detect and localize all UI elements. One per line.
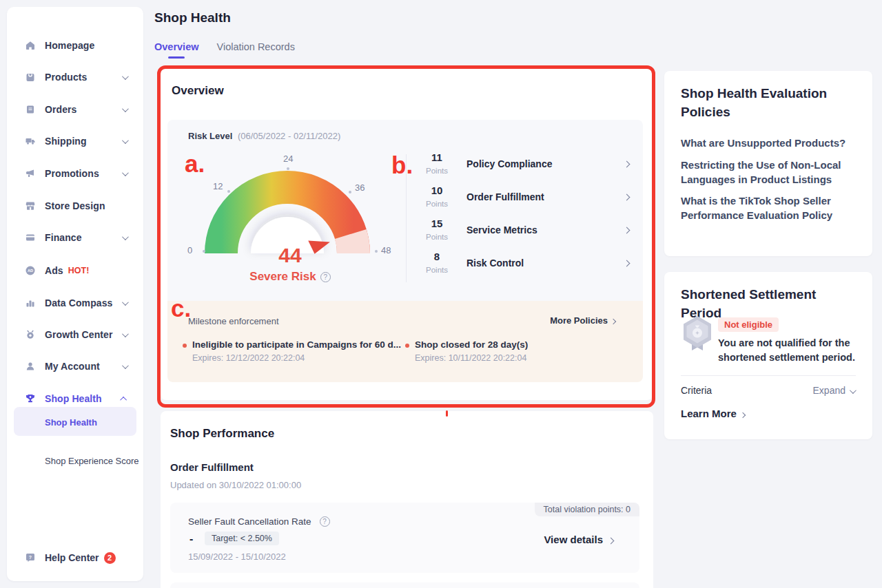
sidebar-item-my-account[interactable]: My Account [7, 357, 143, 375]
learn-more-link[interactable]: Learn More [681, 408, 745, 419]
metric-period: 15/09/2022 - 15/10/2022 [188, 552, 286, 562]
settlement-medal-icon [681, 315, 714, 357]
sidebar-subitem-shop-health[interactable]: Shop Health [45, 417, 97, 428]
criteria-label: Criteria [681, 385, 712, 396]
divider [681, 375, 856, 376]
settlement-message: You are not qualified for the shortened … [718, 336, 860, 364]
policy-link-unsupported-products[interactable]: What are Unsupported Products? [681, 136, 857, 150]
chevron-down-icon [122, 73, 129, 80]
milestone-more-policies-link[interactable]: More Policies [550, 315, 615, 326]
chevron-down-icon [122, 362, 129, 369]
svg-text:AD: AD [28, 269, 33, 273]
chevron-right-icon [740, 412, 746, 418]
annotation-c: c. [171, 296, 191, 320]
bullet-dot [183, 344, 187, 348]
svg-text:?: ? [29, 555, 32, 560]
bullet-dot [405, 344, 409, 348]
metric-help-icon[interactable]: ? [320, 516, 330, 527]
milestone-item: Shop closed for 28 day(s) Expires: 10/11… [405, 339, 528, 363]
shortened-settlement-period-card: Shortened Settlement Period Not eligible… [664, 272, 872, 439]
help-icon: ? [25, 552, 36, 563]
gauge-tick-36: 36 [355, 182, 365, 193]
sidebar-item-promotions[interactable]: Promotions [7, 165, 143, 182]
shipping-icon [25, 136, 36, 147]
sidebar-subitem-shop-experience-score[interactable]: Shop Experience Score [45, 456, 139, 466]
active-tab-underline [168, 56, 185, 59]
policy-link-non-local-languages[interactable]: Restricting the Use of Non-Local Languag… [681, 158, 857, 187]
chevron-down-icon [122, 105, 129, 112]
chevron-right-icon [624, 260, 630, 266]
milestone-title: Milestone enforcement [188, 316, 279, 326]
points-row-order-fulfillment[interactable]: 10Points Order Fulfillment [417, 180, 636, 213]
updated-timestamp: Updated on 30/10/2022 01:00:00 [170, 480, 301, 490]
gauge-tick-dot [227, 190, 230, 193]
shop-performance-title: Shop Performance [170, 427, 274, 441]
chevron-right-icon [624, 227, 630, 233]
sidebar-item-orders[interactable]: Orders [7, 101, 143, 118]
risk-help-icon[interactable]: ? [320, 272, 331, 282]
order-fulfillment-section-title: Order Fulfillment [170, 461, 254, 473]
risk-level-label: Severe Risk? [183, 270, 398, 284]
chevron-right-icon [611, 319, 616, 324]
my-account-icon [25, 361, 36, 372]
help-center[interactable]: ? Help Center 2 [7, 549, 143, 566]
sidebar-item-products[interactable]: Products [7, 68, 143, 86]
sidebar-item-ads[interactable]: AD Ads HOT! [7, 262, 143, 280]
ads-icon: AD [25, 265, 36, 276]
risk-score: 44 [183, 244, 398, 267]
next-metric-card-partial [170, 582, 639, 588]
seller-fault-cancellation-card: Total violation points: 0 Seller Fault C… [170, 503, 639, 573]
sidebar-item-data-compass[interactable]: Data Compass [7, 294, 143, 312]
overview-card: Overview Risk Level (06/05/2022 - 02/11/… [161, 69, 653, 400]
tab-bar: Overview Violation Records [154, 41, 295, 61]
milestone-enforcement-panel: Milestone enforcement More Policies Inel… [167, 301, 643, 382]
gauge-tick-dot [349, 191, 351, 193]
points-row-policy-compliance[interactable]: 11Points Policy Compliance [417, 147, 636, 180]
gauge-tick-dot [287, 167, 289, 170]
target-chip: Target: < 2.50% [205, 532, 279, 545]
chevron-down-icon [122, 233, 129, 240]
help-count-badge: 2 [104, 552, 116, 564]
store-design-icon [25, 200, 36, 211]
policies-card-title: Shop Health Evaluation Policies [681, 85, 856, 122]
chevron-down-icon [122, 330, 129, 337]
violation-points-list: 11Points Policy Compliance 10Points Orde… [417, 147, 636, 280]
sidebar: Homepage Products Orders Shipping Promot… [7, 7, 143, 581]
risk-gauge: 0 12 24 36 48 44 Severe Risk? [183, 150, 398, 295]
tab-overview[interactable]: Overview [154, 41, 199, 61]
chevron-down-icon [850, 387, 857, 394]
chevron-right-icon [624, 160, 630, 167]
risk-level-heading: Risk Level (06/05/2022 - 02/11/2022) [188, 131, 340, 141]
sidebar-item-finance[interactable]: Finance [7, 229, 143, 246]
sidebar-item-shop-health[interactable]: Shop Health [7, 390, 143, 408]
chevron-right-icon [624, 193, 630, 200]
milestone-item: Ineligible to participate in Campaigns f… [183, 339, 401, 363]
sidebar-item-growth-center[interactable]: Growth Center [7, 326, 143, 344]
shop-health-icon [25, 393, 36, 404]
not-eligible-badge: Not eligible [718, 317, 779, 332]
gauge-tick-12: 12 [213, 181, 223, 191]
promotions-icon [25, 168, 36, 179]
annotation-a: a. [185, 151, 205, 176]
shop-health-evaluation-policies-card: Shop Health Evaluation Policies What are… [664, 71, 872, 256]
metric-value: - [189, 533, 193, 545]
page-title: Shop Health [154, 10, 231, 25]
growth-center-icon [25, 329, 36, 340]
annotation-red-tick [446, 410, 448, 417]
sidebar-item-store-design[interactable]: Store Design [7, 197, 143, 215]
hot-badge: HOT! [68, 266, 90, 275]
points-row-risk-control[interactable]: 8Points Risk Control [417, 246, 636, 280]
home-icon [25, 40, 36, 51]
annotation-b: b. [391, 153, 413, 177]
view-details-link[interactable]: View details [544, 534, 613, 545]
tab-violation-records[interactable]: Violation Records [217, 41, 295, 61]
sidebar-item-homepage[interactable]: Homepage [7, 36, 143, 54]
points-row-service-metrics[interactable]: 15Points Service Metrics [417, 213, 636, 246]
policy-link-performance-evaluation[interactable]: What is the TikTok Shop Seller Performan… [681, 193, 857, 222]
data-compass-icon [25, 297, 36, 308]
total-violation-points-badge: Total violation points: 0 [535, 503, 639, 516]
sidebar-item-shipping[interactable]: Shipping [7, 132, 143, 150]
shop-performance-card: Shop Performance Order Fulfillment Updat… [161, 411, 653, 588]
chevron-down-icon [122, 137, 129, 144]
criteria-expand-toggle[interactable]: Expand [813, 385, 854, 396]
